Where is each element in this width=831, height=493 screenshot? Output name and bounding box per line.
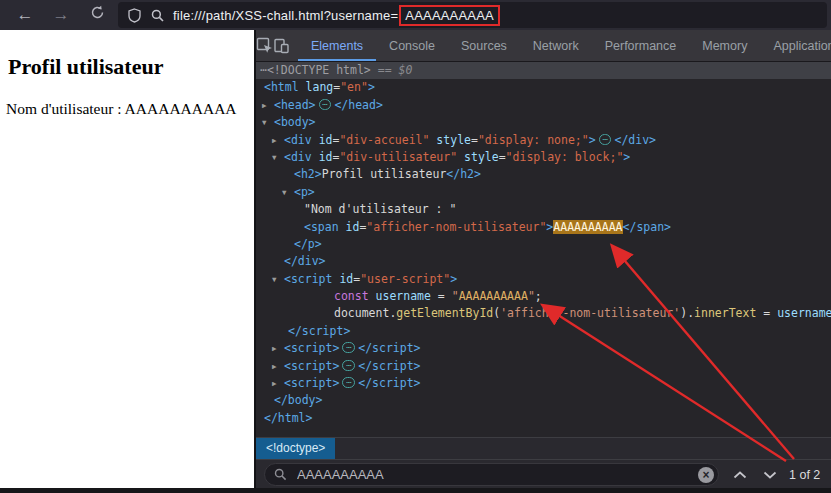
dom-tree-line[interactable]: ▶<div id="div-accueil" style="display: n… (256, 132, 831, 149)
match-count: 1 of 2 (789, 468, 820, 482)
code-token: " (528, 289, 535, 303)
code-token: <script (284, 272, 332, 286)
code-token: <div (284, 133, 312, 147)
clear-search-button[interactable]: × (698, 467, 714, 483)
code-token: </script> (288, 324, 350, 338)
code-token: ; (535, 289, 542, 303)
dom-tree-line[interactable]: </body> (256, 392, 831, 409)
back-button[interactable]: ← (14, 5, 36, 25)
code-token: "div-accueil" (339, 133, 429, 147)
forward-button[interactable]: → (50, 5, 72, 25)
code-token: " (452, 289, 459, 303)
dom-tree-line[interactable]: <h2>Profil utilisateur</h2> (256, 166, 831, 183)
shield-icon[interactable] (128, 8, 141, 23)
code-token: </h2> (446, 167, 481, 181)
previous-match-button[interactable] (733, 471, 747, 479)
code-token: document. (334, 306, 396, 320)
device-toolbar-button[interactable] (273, 30, 290, 61)
expand-arrow-icon[interactable]: ▶ (272, 375, 277, 392)
code-token: <!DOCTYPE html> (267, 63, 371, 77)
dom-tree-line[interactable]: ▼<div id="div-utilisateur" style="displa… (256, 149, 831, 166)
code-token: <span (304, 220, 339, 234)
dom-tree-line[interactable]: </p> (256, 236, 831, 253)
breadcrumb-doctype-chip[interactable]: <!doctype> (256, 438, 335, 459)
dom-tree-line[interactable]: ▼<script id="user-script"> (256, 271, 831, 288)
code-token: </script> (358, 376, 420, 390)
tab-sources[interactable]: Sources (448, 30, 520, 61)
dom-tree-line[interactable]: ▶<script>⋯</script> (256, 358, 831, 375)
code-token: == $0 (371, 63, 413, 77)
code-token: "en" (340, 80, 368, 94)
code-token: <head> (274, 98, 316, 112)
reload-button[interactable] (86, 5, 108, 25)
search-icon (151, 9, 164, 22)
code-token: </div> (614, 133, 656, 147)
code-token: </script> (358, 341, 420, 355)
dom-tree-line[interactable]: ▶<head>⋯</head> (256, 97, 831, 114)
dom-tree-line[interactable]: </html> (256, 410, 831, 427)
code-token: <p> (294, 185, 315, 199)
code-token: = (431, 289, 452, 303)
collapsed-ellipsis-button[interactable]: ⋯ (342, 377, 355, 388)
code-token: username (777, 306, 831, 320)
next-match-button[interactable] (763, 471, 777, 479)
tab-network[interactable]: Network (520, 30, 592, 61)
code-token: </span> (623, 220, 671, 234)
tab-memory[interactable]: Memory (689, 30, 760, 61)
dom-tree-line[interactable]: document.getElementById('afficher-nom-ut… (256, 305, 831, 322)
collapse-arrow-icon[interactable]: ▼ (272, 149, 277, 166)
url-bar[interactable]: file:///path/XSS-chall.html?username=AAA… (118, 2, 827, 28)
collapse-arrow-icon[interactable]: ▼ (272, 271, 277, 288)
collapsed-ellipsis-button[interactable]: ⋯ (342, 360, 355, 371)
code-token: "display: none;" (478, 133, 589, 147)
code-token: "div-utilisateur" (339, 150, 457, 164)
collapse-arrow-icon[interactable]: ▼ (282, 184, 287, 201)
page-body-text: Nom d'utilisateur : AAAAAAAAAA (6, 100, 237, 118)
code-token: </script> (358, 359, 420, 373)
dom-tree-line[interactable]: ▼<p> (256, 184, 831, 201)
dom-tree-line[interactable]: <span id="afficher-nom-utilisateur">AAAA… (256, 219, 831, 236)
dom-tree-line[interactable]: "Nom d'utilisateur : " (256, 201, 831, 218)
code-token: "Nom d'utilisateur : " (304, 202, 456, 216)
dom-tree-line[interactable]: <html lang="en"> (256, 79, 831, 96)
collapse-arrow-icon[interactable]: ▼ (262, 114, 267, 131)
code-token: > (589, 133, 596, 147)
expand-arrow-icon[interactable]: ▶ (272, 132, 277, 149)
code-token: "user-script" (360, 272, 450, 286)
code-token: username (369, 289, 431, 303)
search-input[interactable] (295, 466, 669, 483)
devtools-search-bar: × 1 of 2 (256, 459, 831, 489)
code-token: style (457, 150, 499, 164)
dom-tree-line[interactable]: </script> (256, 323, 831, 340)
dom-tree-line[interactable]: const username = "AAAAAAAAAA"; (256, 288, 831, 305)
tab-console[interactable]: Console (376, 30, 448, 61)
code-token: <script> (284, 376, 339, 390)
devtools-tab-bar: ElementsConsoleSourcesNetworkPerformance… (298, 30, 831, 61)
collapsed-ellipsis-button[interactable]: ⋯ (342, 342, 355, 353)
dom-tree-line[interactable]: ⋯<!DOCTYPE html> == $0 (256, 62, 831, 79)
dom-tree-line[interactable]: ▶<script>⋯</script> (256, 340, 831, 357)
code-token: id (312, 133, 333, 147)
browser-toolbar: ← → file:///path/XSS-chall.html?username… (0, 0, 831, 30)
code-token: ⋯ (260, 63, 267, 77)
url-highlight-redbox: AAAAAAAAAA (399, 5, 500, 26)
code-token: <body> (274, 115, 316, 129)
code-token: = (499, 150, 506, 164)
code-token: const (334, 289, 369, 303)
search-field-container: × (264, 463, 719, 486)
collapsed-ellipsis-button[interactable]: ⋯ (599, 134, 612, 145)
code-token: <script> (284, 359, 339, 373)
tab-application[interactable]: Application (760, 30, 831, 61)
dom-tree-line[interactable]: ▼<body> (256, 114, 831, 131)
tab-elements[interactable]: Elements (298, 30, 376, 61)
code-token: AAAAAAAAAA (553, 220, 622, 234)
dom-tree-line[interactable]: </div> (256, 253, 831, 270)
code-token: <html (264, 80, 299, 94)
inspect-element-button[interactable] (256, 30, 273, 61)
expand-arrow-icon[interactable]: ▶ (272, 340, 277, 357)
collapsed-ellipsis-button[interactable]: ⋯ (319, 99, 332, 110)
expand-arrow-icon[interactable]: ▶ (272, 358, 277, 375)
expand-arrow-icon[interactable]: ▶ (262, 97, 267, 114)
dom-tree-line[interactable]: ▶<script>⋯</script> (256, 375, 831, 392)
tab-performance[interactable]: Performance (592, 30, 690, 61)
